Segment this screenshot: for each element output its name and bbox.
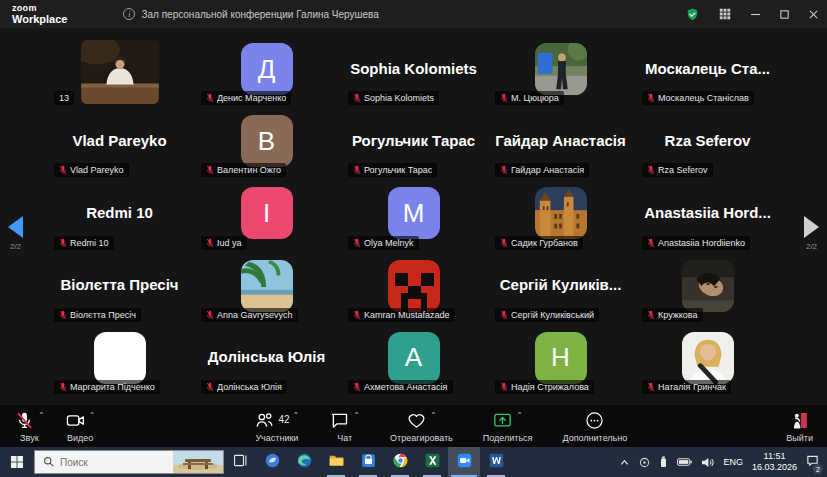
- participant-tile[interactable]: Anastasiia Hord...Anastasiia Hordiienko: [634, 180, 781, 252]
- participant-name-label: Сергій Куликівський: [495, 308, 599, 322]
- zoom-toolbar: ⌃Звук⌃Видео 42⌃Участники⌃Чат⌃Отреагирова…: [0, 405, 827, 447]
- participant-tile[interactable]: Москалець Ста...Москалець Станіслав: [634, 36, 781, 108]
- copilot-icon: [264, 452, 281, 473]
- word-taskbar-button[interactable]: [480, 447, 512, 477]
- taskbar-clock[interactable]: 11:51 16.03.2026: [752, 451, 797, 474]
- store-taskbar-button[interactable]: [352, 447, 384, 477]
- participant-tile[interactable]: ДДенис Марченко: [193, 36, 340, 108]
- start-button[interactable]: [0, 447, 34, 477]
- previous-page-button[interactable]: 2/2: [8, 216, 23, 251]
- language-indicator[interactable]: ENG: [723, 457, 743, 467]
- excel-taskbar-button[interactable]: [416, 447, 448, 477]
- chevron-right-icon: [804, 216, 819, 238]
- leave-button[interactable]: Выйти: [776, 405, 823, 447]
- photo-avatar: [535, 187, 587, 239]
- title-bar: zoom Workplace i Зал персональной конфер…: [0, 0, 827, 28]
- muted-mic-icon: [647, 165, 655, 175]
- muted-mic-icon: [647, 382, 655, 392]
- search-input[interactable]: [60, 457, 173, 468]
- file-explorer-taskbar-button[interactable]: [320, 447, 352, 477]
- heart-icon: [406, 410, 427, 431]
- chat-button[interactable]: ⌃Чат: [319, 405, 370, 447]
- photo-avatar: [535, 43, 587, 95]
- chevron-up-icon[interactable]: ⌃: [516, 411, 523, 421]
- search-daily-image[interactable]: [173, 450, 223, 474]
- participant-tile[interactable]: 13: [46, 36, 193, 108]
- battery-icon[interactable]: [677, 457, 692, 467]
- task-view-taskbar-button[interactable]: [224, 447, 256, 477]
- chevron-up-icon[interactable]: ⌃: [353, 411, 360, 421]
- maximize-button[interactable]: [779, 9, 790, 20]
- participant-display-name: Долінська Юлія: [204, 348, 330, 365]
- audio-button[interactable]: ⌃Звук: [4, 405, 55, 447]
- participant-tile[interactable]: Kamran Mustafazade: [340, 253, 487, 325]
- close-button[interactable]: [808, 9, 819, 20]
- participant-tile[interactable]: Садик Гурбанов: [487, 180, 634, 252]
- chevron-up-icon[interactable]: ⌃: [430, 411, 437, 421]
- participants-button[interactable]: 42⌃Участники: [244, 405, 309, 447]
- participant-tile[interactable]: MOlya Melnyk: [340, 180, 487, 252]
- participant-tile[interactable]: ААхметова Анастасія: [340, 325, 487, 397]
- photo-avatar: [388, 260, 440, 312]
- participant-tile[interactable]: Кружкова: [634, 253, 781, 325]
- chrome-taskbar-button[interactable]: [384, 447, 416, 477]
- more-button[interactable]: Дополнительно: [552, 405, 637, 447]
- participant-tile[interactable]: Гайдар АнастасіяГайдар Анастасія: [487, 108, 634, 180]
- share-button[interactable]: ⌃Поделиться: [473, 405, 543, 447]
- participant-name-text: Маргарита Підченко: [70, 382, 155, 392]
- edge-icon: [296, 452, 313, 473]
- participant-name-text: Наталія Гринчак: [658, 382, 726, 392]
- participant-display-name: Vlad Pareyko: [68, 132, 170, 149]
- letter-avatar: Д: [241, 43, 293, 95]
- participant-name-text: Olya Melnyk: [364, 238, 414, 248]
- video-button[interactable]: ⌃Видео: [55, 405, 106, 447]
- speaker-icon[interactable]: [701, 457, 714, 468]
- participant-tile[interactable]: Долінська ЮліяДолінська Юлія: [193, 325, 340, 397]
- participant-tile[interactable]: Redmi 10Redmi 10: [46, 180, 193, 252]
- edge-taskbar-button[interactable]: [288, 447, 320, 477]
- people-icon: [254, 410, 275, 431]
- taskbar-search[interactable]: [34, 450, 224, 474]
- view-grid-icon[interactable]: [718, 7, 732, 21]
- participant-tile[interactable]: Sophia KolomietsSophia Kolomiets: [340, 36, 487, 108]
- participant-name-label: Віолєтта Пресіч: [54, 308, 141, 322]
- share-icon: [492, 410, 513, 431]
- participant-name-label: Redmi 10: [54, 236, 114, 250]
- chevron-up-icon[interactable]: ⌃: [89, 411, 96, 421]
- zoom-app-taskbar-button[interactable]: [448, 447, 480, 477]
- participant-name-label: Anastasiia Hordiienko: [642, 236, 750, 250]
- copilot-taskbar-button[interactable]: [256, 447, 288, 477]
- next-page-button[interactable]: 2/2: [804, 216, 819, 251]
- participant-tile[interactable]: ВВалентин Ожго: [193, 108, 340, 180]
- participant-name-text: Гайдар Анастасія: [511, 165, 584, 175]
- tray-chevron-up-icon[interactable]: [619, 457, 630, 468]
- participant-tile[interactable]: IIud ya: [193, 180, 340, 252]
- muted-mic-icon: [353, 310, 361, 320]
- chevron-up-icon[interactable]: ⌃: [293, 411, 300, 421]
- notifications-button[interactable]: 2: [806, 453, 819, 471]
- security-shield-icon[interactable]: [685, 7, 700, 22]
- participant-tile[interactable]: Сергій Куликів...Сергій Куликівський: [487, 253, 634, 325]
- tray-usb-icon[interactable]: [659, 456, 668, 468]
- muted-mic-icon: [647, 93, 655, 103]
- react-button[interactable]: ⌃Отреагировать: [380, 405, 463, 447]
- participant-tile[interactable]: М. Цюцюра: [487, 36, 634, 108]
- participant-tile[interactable]: ННадія Стрижалова: [487, 325, 634, 397]
- muted-mic-icon: [500, 165, 508, 175]
- participant-tile[interactable]: Rza SeferovRza Seferov: [634, 108, 781, 180]
- chevron-up-icon[interactable]: ⌃: [38, 411, 45, 421]
- participant-tile[interactable]: Anna Gavrysevych: [193, 253, 340, 325]
- participant-tile[interactable]: Vlad PareykoVlad Pareyko: [46, 108, 193, 180]
- tray-status-icon[interactable]: [639, 457, 650, 468]
- participant-tile[interactable]: Віолєтта ПресічВіолєтта Пресіч: [46, 253, 193, 325]
- participant-display-name: Віолєтта Пресіч: [56, 276, 182, 293]
- participant-tile[interactable]: Наталія Гринчак: [634, 325, 781, 397]
- muted-mic-icon: [206, 310, 214, 320]
- participant-tile[interactable]: Маргарита Підченко: [46, 325, 193, 397]
- meeting-info: i Зал персональной конференции Галина Че…: [123, 8, 378, 20]
- toolbar-item-label: Отреагировать: [390, 433, 453, 443]
- participant-name-label: Наталія Гринчак: [642, 380, 731, 394]
- participant-tile[interactable]: Рогульчик ТарасРогульчик Тарас: [340, 108, 487, 180]
- minimize-button[interactable]: [750, 9, 761, 20]
- info-icon[interactable]: i: [123, 8, 135, 20]
